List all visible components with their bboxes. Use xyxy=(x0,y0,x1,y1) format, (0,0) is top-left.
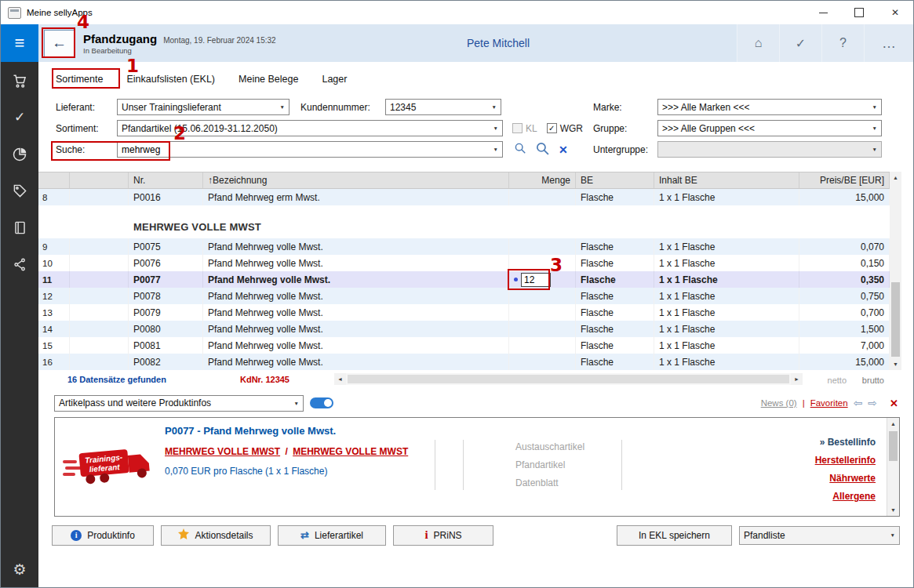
scroll-up-icon[interactable]: ▲ xyxy=(887,418,899,430)
menge-cell[interactable] xyxy=(509,321,576,337)
menge-cell[interactable] xyxy=(509,255,576,271)
table-row[interactable]: 10P0076Pfand Mehrweg volle Mwst.Flasche1… xyxy=(38,255,890,271)
naehrwerte-link[interactable]: Nährwerte xyxy=(815,470,876,488)
lieferartikel-button[interactable]: ⇄ Lieferartikel xyxy=(278,525,386,546)
search-extended-icon[interactable] xyxy=(535,141,550,158)
tag-icon[interactable] xyxy=(1,172,38,209)
in-ekl-speichern-button[interactable]: In EKL speichern xyxy=(617,525,732,546)
search-combo[interactable]: ▼ xyxy=(117,141,503,158)
scroll-up-icon[interactable]: ▲ xyxy=(890,172,901,183)
menge-cell[interactable] xyxy=(509,304,576,321)
table-row[interactable]: 14P0080Pfand Mehrweg volle Mwst.Flasche1… xyxy=(38,321,890,337)
book-icon[interactable] xyxy=(1,209,38,246)
table-row[interactable]: 8P0016Pfand Mehrweg erm Mwst.Flasche1 x … xyxy=(38,189,890,205)
close-info-panel-icon[interactable]: ✕ xyxy=(890,397,898,409)
netto-label[interactable]: netto xyxy=(828,376,847,385)
kundennummer-select[interactable]: 12345 ▼ xyxy=(385,99,501,115)
search-input[interactable] xyxy=(122,143,487,156)
prins-button[interactable]: i PRiNS xyxy=(393,525,493,546)
search-icon[interactable] xyxy=(514,142,526,157)
back-button[interactable]: ← xyxy=(44,30,75,57)
group-link-2[interactable]: MEHRWEG VOLLE MWST xyxy=(293,446,408,457)
group-link-1[interactable]: MEHRWEG VOLLE MWST xyxy=(165,446,280,457)
col-preis[interactable]: Preis/BE [EUR] xyxy=(799,172,890,188)
help-icon[interactable]: ? xyxy=(821,24,864,62)
scroll-right-icon[interactable]: ► xyxy=(791,373,803,385)
prins-icon: i xyxy=(424,528,428,542)
col-nr[interactable]: Nr. xyxy=(129,172,203,188)
austauschartikel-link[interactable]: Austauschartikel xyxy=(515,438,584,456)
table-row[interactable]: 12P0078Pfand Mehrweg volle Mwst.Flasche1… xyxy=(38,288,890,304)
more-options-icon[interactable]: … xyxy=(864,24,913,62)
sortiment-select[interactable]: Pfandartikel (15.06.2019-31.12.2050) ▼ xyxy=(117,120,503,136)
table-vertical-scrollbar[interactable]: ▲ ▼ xyxy=(890,172,901,370)
table-horizontal-scrollbar[interactable]: ◄ ► xyxy=(334,373,803,385)
pfandartikel-link[interactable]: Pfandartikel xyxy=(515,456,584,474)
cart-icon[interactable] xyxy=(1,62,38,99)
menge-cell[interactable] xyxy=(509,337,576,354)
horizontal-scrollbar-thumb[interactable] xyxy=(348,375,789,383)
aktionsdetails-button[interactable]: Aktionsdetails xyxy=(161,525,271,546)
close-button[interactable]: ✕ xyxy=(877,1,913,24)
news-link[interactable]: News (0) xyxy=(761,398,797,408)
home-icon[interactable]: ⌂ xyxy=(737,24,779,62)
nav-right-icon[interactable]: ⇨ xyxy=(868,397,877,409)
brutto-label[interactable]: brutto xyxy=(862,376,884,385)
bestellinfo-link[interactable]: » Bestellinfo xyxy=(815,434,876,452)
produktinfo-select[interactable]: Artikelpass und weitere Produktinfos ▼ xyxy=(54,395,304,412)
col-bezeichnung[interactable]: ↑Bezeichnung xyxy=(203,172,509,188)
wgr-checkbox[interactable]: ✓ xyxy=(547,123,557,133)
cell-preis: 15,000 xyxy=(799,189,890,205)
share-network-icon[interactable] xyxy=(1,246,38,283)
datenblatt-link[interactable]: Datenblatt xyxy=(515,474,584,492)
col-inhalt[interactable]: Inhalt BE xyxy=(654,172,799,188)
untergruppe-select: ▼ xyxy=(657,141,882,158)
pie-chart-icon[interactable] xyxy=(1,136,38,172)
menge-cell[interactable] xyxy=(509,288,576,304)
vertical-scrollbar-thumb[interactable] xyxy=(891,282,900,357)
maximize-button[interactable] xyxy=(841,1,877,24)
col-menge[interactable]: Menge xyxy=(509,172,576,188)
table-row[interactable]: 13P0079Pfand Mehrweg volle Mwst.Flasche1… xyxy=(38,304,890,321)
marke-select[interactable]: >>> Alle Marken <<< ▼ xyxy=(657,99,882,115)
tab-lager[interactable]: Lager xyxy=(322,74,347,92)
dropdown-arrow-icon: ▼ xyxy=(487,125,500,131)
scroll-down-icon[interactable]: ▼ xyxy=(890,358,901,370)
hamburger-menu-button[interactable]: ≡ xyxy=(1,24,38,62)
table-row[interactable]: 16P0082Pfand Mehrweg volle Mwst.Flasche1… xyxy=(38,354,890,370)
table-row[interactable]: 15P0081Pfand Mehrweg volle Mwst.Flasche1… xyxy=(38,337,890,354)
col-be[interactable]: BE xyxy=(576,172,654,188)
cell-nr: P0081 xyxy=(129,337,203,354)
detail-vertical-scrollbar[interactable]: ▲ ▼ xyxy=(887,418,899,516)
scroll-left-icon[interactable]: ◄ xyxy=(334,373,346,385)
tab-meine-belege[interactable]: Meine Belege xyxy=(239,74,298,92)
favoriten-link[interactable]: Favoriten xyxy=(810,398,848,408)
menge-cell[interactable] xyxy=(509,238,576,255)
menge-cell[interactable] xyxy=(509,189,576,205)
clear-search-icon[interactable]: ✕ xyxy=(559,143,568,156)
confirm-check-icon[interactable]: ✓ xyxy=(779,24,821,62)
produktinfo-button[interactable]: i Produktinfo xyxy=(52,525,154,546)
gruppe-select[interactable]: >>> Alle Gruppen <<< ▼ xyxy=(657,120,882,136)
settings-gear-icon[interactable]: ⚙ xyxy=(1,551,38,587)
menge-cell[interactable] xyxy=(509,271,576,288)
menge-input[interactable] xyxy=(521,273,551,287)
menge-cell[interactable] xyxy=(509,354,576,370)
tasks-check-icon[interactable]: ✓ xyxy=(1,99,38,136)
table-row[interactable]: 9P0075Pfand Mehrweg volle Mwst.Flasche1 … xyxy=(38,238,890,255)
minimize-button[interactable] xyxy=(805,1,841,24)
nav-left-icon[interactable]: ⇦ xyxy=(854,397,863,409)
info-panel-toggle[interactable] xyxy=(310,397,333,408)
table-row[interactable]: 11P0077Pfand Mehrweg volle Mwst.Flasche1… xyxy=(38,271,890,288)
herstellerinfo-link[interactable]: Herstellerinfo xyxy=(815,452,876,470)
pfandliste-select[interactable]: Pfandliste ▼ xyxy=(739,526,900,545)
lieferant-label: Lieferant: xyxy=(56,102,117,113)
cell-inhalt: 1 x 1 Flasche xyxy=(654,321,799,337)
lieferant-select[interactable]: Unser Trainingslieferant ▼ xyxy=(117,99,289,115)
scroll-down-icon[interactable]: ▼ xyxy=(887,504,899,516)
tab-sortimente[interactable]: Sortimente xyxy=(56,74,103,92)
allergene-link[interactable]: Allergene xyxy=(815,488,876,506)
kl-checkbox[interactable] xyxy=(512,123,523,133)
detail-scrollbar-thumb[interactable] xyxy=(889,431,898,461)
tab-einkaufslisten[interactable]: Einkaufslisten (EKL) xyxy=(126,74,215,92)
